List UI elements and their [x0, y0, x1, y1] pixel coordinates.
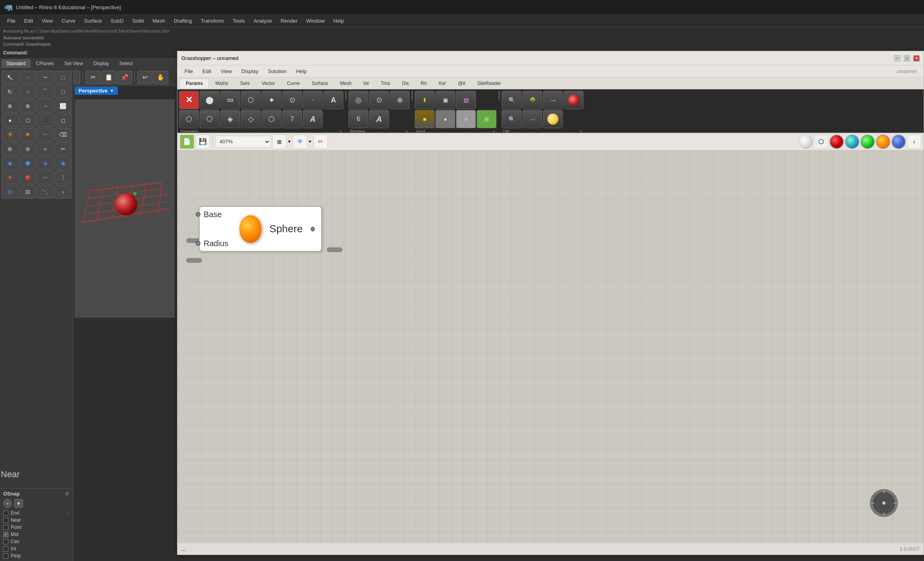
scale-tool[interactable]: ✳	[2, 128, 19, 141]
comp-p4-btn[interactable]: ◇	[241, 110, 261, 128]
osnap-cen-checkbox[interactable]	[3, 539, 8, 544]
gh-menu-display[interactable]: Display	[237, 67, 262, 75]
sphere-red-btn[interactable]	[830, 135, 844, 149]
menu-mesh[interactable]: Mesh	[148, 16, 169, 25]
radius-connector-left[interactable]	[196, 241, 200, 246]
util-expand[interactable]: +	[579, 129, 582, 133]
sphere-teal-btn[interactable]	[845, 135, 859, 149]
comp-twist-btn[interactable]: ∞	[220, 91, 240, 109]
arc-tool[interactable]: ⌒	[37, 85, 54, 98]
sphere-white-btn[interactable]	[799, 135, 813, 149]
pipe-tool[interactable]: ⌫	[55, 128, 72, 141]
box-select-tool[interactable]: ⬚	[55, 71, 72, 84]
gh-tab-mesh[interactable]: Mesh	[334, 79, 357, 88]
osnap-filter-btn[interactable]: ▼	[14, 499, 23, 508]
geometry-expand[interactable]: +	[339, 129, 342, 133]
comp-clock-btn[interactable]: ⊙	[282, 91, 302, 109]
offset-tool[interactable]: 〰	[37, 128, 54, 141]
menu-view[interactable]: View	[38, 16, 57, 25]
gh-menu-view[interactable]: View	[217, 67, 236, 75]
gh-tab-maths[interactable]: Maths	[210, 79, 234, 88]
tab-standard[interactable]: Standard	[2, 59, 31, 68]
menu-analyze[interactable]: Analyze	[250, 16, 276, 25]
pipe2-tool[interactable]: ⬟	[19, 156, 37, 170]
menu-drafting[interactable]: Drafting	[170, 16, 196, 25]
move-tool[interactable]: →	[37, 99, 54, 113]
util-p3-btn[interactable]: →	[543, 91, 563, 109]
extend-tool[interactable]: ∞	[37, 142, 54, 156]
prim-p4-btn[interactable]: 6	[348, 110, 368, 128]
tab-display[interactable]: Display	[89, 59, 114, 68]
menu-curve[interactable]: Curve	[58, 16, 79, 25]
osnap-perp-checkbox[interactable]	[3, 553, 8, 559]
paste-button[interactable]: 📌	[117, 71, 132, 84]
osnap-mid-checkbox[interactable]: ✓	[3, 532, 8, 537]
solid2-tool[interactable]: ◆	[2, 156, 19, 170]
input-p7-btn[interactable]: ⊞	[477, 110, 497, 128]
cylinder-btn[interactable]: ⬡	[814, 135, 828, 149]
transform-tool[interactable]: ✦	[19, 128, 37, 141]
menu-surface[interactable]: Surface	[80, 16, 106, 25]
tab-cplanes[interactable]: CPlanes	[31, 59, 59, 68]
curve-tool[interactable]: 〜	[37, 71, 54, 84]
gh-tab-vector[interactable]: Vector	[256, 79, 281, 88]
util-p1-btn[interactable]: 🔍	[502, 91, 522, 109]
gh-tab-sets[interactable]: Sets	[235, 79, 255, 88]
select-tool[interactable]: ↖	[2, 71, 19, 84]
tab-select[interactable]: Select	[115, 59, 137, 68]
osnap-settings-btn[interactable]: ⚙	[65, 491, 69, 497]
gh-tab-params[interactable]: Params	[180, 79, 209, 88]
more-right-btn[interactable]: ›	[907, 135, 921, 149]
gh-close-btn[interactable]: ✕	[913, 55, 920, 62]
viewport-dropdown-icon[interactable]: ▼	[110, 89, 114, 93]
util-p7-btn[interactable]	[543, 110, 563, 128]
comp-p5-btn[interactable]: ⬡	[262, 110, 281, 128]
sphere-green-btn[interactable]	[860, 135, 875, 149]
menu-tools[interactable]: Tools	[229, 16, 248, 25]
analysis-tool[interactable]: ◉	[55, 156, 72, 170]
comp-p1-btn[interactable]: ⬠	[179, 110, 199, 128]
input-p2-btn[interactable]: ▣	[435, 91, 455, 109]
gh-canvas[interactable]: Base Radius Sphere	[177, 150, 924, 543]
sphere-orange-btn[interactable]	[876, 135, 890, 149]
fit-view-btn[interactable]: ⊞	[272, 135, 287, 149]
gh-tab-int[interactable]: Int	[358, 79, 374, 88]
sphere-tool[interactable]: ●	[2, 114, 19, 127]
util-p6-btn[interactable]: →	[522, 110, 542, 128]
comp-p6-btn[interactable]: 7	[282, 110, 302, 128]
menu-window[interactable]: Window	[302, 16, 329, 25]
cylinder-tool[interactable]: ⬡	[19, 114, 37, 127]
primitive-expand[interactable]: +	[406, 129, 408, 133]
base-connector-left[interactable]	[196, 212, 200, 217]
viewport-label[interactable]: Perspective ▼	[75, 87, 118, 95]
align-tool[interactable]: ⊟	[19, 185, 37, 199]
zoom-select[interactable]: 407% 100% 200%	[215, 136, 271, 148]
menu-transform[interactable]: Transform	[197, 16, 228, 25]
gh-maximize-btn[interactable]: □	[904, 55, 910, 62]
gh-menu-help[interactable]: Help	[292, 67, 311, 75]
sphere-blue-btn[interactable]	[891, 135, 906, 149]
preview-dropdown[interactable]: ▼	[308, 139, 312, 144]
menu-file[interactable]: File	[3, 16, 19, 25]
util-p2-btn[interactable]: 🌳	[522, 91, 542, 109]
dim-tool[interactable]: ⊞	[2, 185, 19, 199]
blend-tool[interactable]: ⊛	[2, 142, 19, 156]
osnap-add-btn[interactable]: +	[3, 499, 12, 508]
tab-setview[interactable]: Set View	[60, 59, 88, 68]
snap2-tool[interactable]: ⊗	[19, 99, 37, 113]
more-tool[interactable]: ›	[55, 185, 72, 199]
osnap-near-checkbox[interactable]	[3, 518, 8, 523]
mesh-tool[interactable]: ◈	[37, 156, 54, 170]
osnap-end-checkbox[interactable]	[3, 511, 8, 516]
surface-tool[interactable]: ◻	[55, 114, 72, 127]
comp-dot-btn[interactable]: ·	[303, 91, 323, 109]
comp-p7-btn[interactable]: A	[303, 110, 323, 128]
array-tool[interactable]: ⋱	[37, 185, 54, 199]
input-expand[interactable]: +	[493, 129, 495, 133]
gh-menu-edit[interactable]: Edit	[198, 67, 215, 75]
gh-tab-at[interactable]: @it	[452, 79, 471, 88]
sphere-connector-right[interactable]	[311, 227, 315, 231]
rect-tool[interactable]: □	[55, 85, 72, 98]
snap4-tool[interactable]: ✺	[19, 171, 37, 184]
comp-x-btn[interactable]: ✕	[179, 91, 199, 109]
